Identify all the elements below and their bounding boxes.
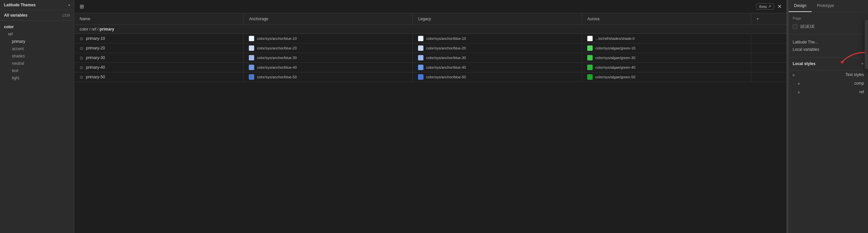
col-header-anchorage: Anchorage <box>244 13 413 25</box>
tab-prototype[interactable]: Prototype <box>812 0 839 12</box>
local-styles-title: Local styles <box>793 61 815 66</box>
beta-label: Beta <box>759 5 767 9</box>
empty-cell <box>751 63 786 72</box>
anchorage-value-cell[interactable]: color/sys/anchor/blue-30 <box>244 53 413 63</box>
all-variables-row[interactable]: All variables 1339 <box>0 10 74 21</box>
name-cell: ⊙ primary-40 <box>74 63 244 72</box>
page-section-label: Page <box>793 16 864 20</box>
value-text: color/sys/anchor/blue-40 <box>257 65 297 69</box>
text-styles-ref-row[interactable]: ▶ ref <box>789 88 868 96</box>
text-styles-comp-row[interactable]: ▶ comp <box>789 79 868 88</box>
col-header-legacy: Legacy <box>413 13 582 25</box>
color-swatch <box>249 74 254 80</box>
table-row: ⊙ primary-30 color/sys/anchor/blue-30 <box>74 53 786 63</box>
legacy-value-cell[interactable]: color/sys/anchor/blue-10 <box>413 34 582 43</box>
text-styles-label: Text styles <box>845 72 864 77</box>
sidebar-item-neutral[interactable]: neutral <box>0 60 74 67</box>
value-text: color/sys/anchor/blue-50 <box>257 75 297 79</box>
ref-label: ref <box>859 90 864 94</box>
panel-tabs: Design Prototype <box>789 0 868 12</box>
sidebar-title: Latitude Themes <box>4 3 35 7</box>
breadcrumb-row: color / ref / primary <box>74 25 786 34</box>
text-styles-row[interactable]: ▶ Text styles <box>789 70 868 79</box>
aurora-value-cell[interactable]: color/sys/algae/green-10 <box>582 43 751 53</box>
color-swatch <box>249 65 254 70</box>
empty-cell <box>751 43 786 53</box>
toolbar-left: ⊞ <box>78 2 85 11</box>
color-swatch <box>418 36 423 41</box>
color-swatch <box>418 65 423 70</box>
var-name: primary-10 <box>86 36 105 41</box>
sidebar-item-accent[interactable]: accent <box>0 45 74 53</box>
add-column-button[interactable]: + <box>751 13 786 25</box>
table-row: ⊙ primary-40 color/sys/anchor/blue-40 <box>74 63 786 72</box>
empty-cell <box>751 34 786 43</box>
tab-design[interactable]: Design <box>789 0 812 12</box>
sidebar-header[interactable]: Latitude Themes ▾ <box>0 0 74 10</box>
color-swatch <box>249 55 254 60</box>
chevron-right-icon: ▶ <box>798 82 801 85</box>
legacy-value-cell[interactable]: color/sys/anchor/blue-50 <box>413 72 582 82</box>
dropdown-item-default[interactable]: Default (Anch... <box>865 21 868 31</box>
aurora-value-cell[interactable]: color/sys/algae/green-30 <box>582 53 751 63</box>
color-swatch <box>587 36 593 41</box>
color-swatch <box>418 74 423 80</box>
svg-marker-0 <box>840 60 844 64</box>
right-panel: Design Prototype Page 1E1E1E Latitude Th… <box>788 0 868 233</box>
variables-count: 1339 <box>62 13 70 17</box>
variable-icon: ⊙ <box>80 46 83 51</box>
color-swatch <box>249 36 254 41</box>
value-text: color/sys/anchor/blue-10 <box>257 36 297 40</box>
sidebar-tree: color ref primary accent shades neutral … <box>0 21 74 233</box>
sidebar-item-primary[interactable]: primary <box>0 38 74 45</box>
empty-cell <box>751 72 786 82</box>
color-swatch <box>587 74 593 80</box>
aurora-value-cell[interactable]: ...lor/ref/shades/shade-0 <box>582 34 751 43</box>
table-row: ⊙ primary-10 color/sys/anchor/blue-10 <box>74 34 786 43</box>
variable-icon: ⊙ <box>80 75 83 80</box>
aurora-value-cell[interactable]: color/sys/algae/green-40 <box>582 63 751 72</box>
library-item[interactable]: Latitude The... <box>793 38 864 46</box>
name-cell: ⊙ primary-20 <box>74 43 244 53</box>
dropdown-item-anchorage[interactable]: Anchorage <box>865 31 868 40</box>
legacy-value-cell[interactable]: color/sys/anchor/blue-20 <box>413 43 582 53</box>
color-swatch <box>587 65 593 70</box>
value-text: color/sys/anchor/blue-40 <box>426 65 466 69</box>
table-row: ⊙ primary-50 color/sys/anchor/blue-50 <box>74 72 786 82</box>
legacy-value-cell[interactable]: color/sys/anchor/blue-30 <box>413 53 582 63</box>
sidebar-item-shades[interactable]: shades <box>0 53 74 60</box>
value-text: ...lor/ref/shades/shade-0 <box>595 36 635 40</box>
dropdown-item-legacy[interactable]: ✓ Legacy <box>865 40 868 49</box>
page-checkbox[interactable] <box>793 24 797 29</box>
close-button[interactable]: ✕ <box>777 3 782 10</box>
legacy-value-cell[interactable]: color/sys/anchor/blue-40 <box>413 63 582 72</box>
value-text: color/sys/anchor/blue-20 <box>426 46 466 50</box>
color-swatch <box>418 55 423 60</box>
empty-cell <box>751 53 786 63</box>
col-header-aurora: Aurora <box>582 13 751 25</box>
aurora-value-cell[interactable]: color/sys/algae/green-50 <box>582 72 751 82</box>
color-swatch <box>249 46 254 51</box>
chevron-right-icon: ▶ <box>793 73 795 77</box>
value-text: color/sys/algae/green-40 <box>595 65 635 69</box>
page-color-item[interactable]: 1E1E1E <box>793 23 864 30</box>
sidebar-item-ref[interactable]: ref <box>0 31 74 38</box>
main-toolbar: ⊞ Beta ↗ ✕ <box>74 0 786 13</box>
sidebar-item-light[interactable]: light <box>0 74 74 82</box>
sidebar-item-text[interactable]: text <box>0 67 74 74</box>
variable-icon: ⊙ <box>80 65 83 70</box>
panel-toggle-button[interactable]: ⊞ <box>78 2 85 11</box>
anchorage-value-cell[interactable]: color/sys/anchor/blue-20 <box>244 43 413 53</box>
value-text: color/sys/algae/green-50 <box>595 75 635 79</box>
breadcrumb: color / ref / primary <box>74 25 786 34</box>
anchorage-value-cell[interactable]: color/sys/anchor/blue-40 <box>244 63 413 72</box>
anchorage-value-cell[interactable]: color/sys/anchor/blue-50 <box>244 72 413 82</box>
page-color-name: 1E1E1E <box>800 24 814 29</box>
beta-badge[interactable]: Beta ↗ <box>756 3 774 10</box>
color-swatch <box>587 55 593 60</box>
value-text: color/sys/anchor/blue-30 <box>426 56 466 60</box>
name-cell: ⊙ primary-50 <box>74 72 244 82</box>
sidebar-item-color[interactable]: color <box>0 23 74 31</box>
chevron-right-icon: ▶ <box>798 90 801 94</box>
anchorage-value-cell[interactable]: color/sys/anchor/blue-10 <box>244 34 413 43</box>
